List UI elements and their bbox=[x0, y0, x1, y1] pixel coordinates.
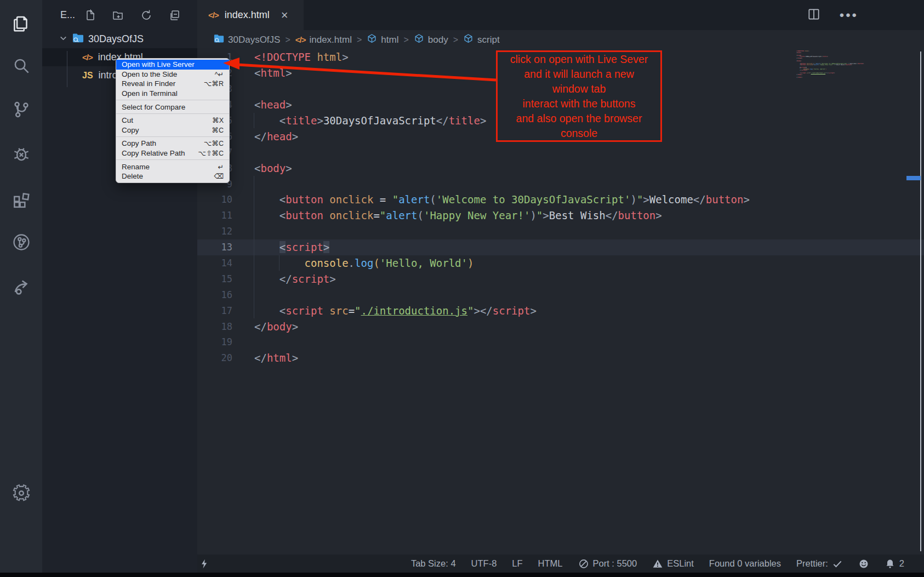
status-item-prettier-[interactable]: Prettier: bbox=[796, 558, 843, 569]
menu-item-open-with-live-server[interactable]: Open with Live Server bbox=[116, 60, 229, 70]
line-number: 17 bbox=[197, 305, 232, 316]
code-text: </body> bbox=[254, 321, 298, 333]
gitlens-icon[interactable] bbox=[0, 227, 42, 258]
breadcrumb-item-30DaysOfJS[interactable]: 30DaysOfJS bbox=[214, 33, 280, 47]
code-line-12: 12 bbox=[197, 224, 924, 239]
menu-item-shortcut: ↵ bbox=[218, 163, 224, 171]
code-text: <!DOCTYPE html> bbox=[254, 51, 349, 63]
breadcrumb-label: 30DaysOfJS bbox=[228, 35, 280, 45]
menu-item-copy[interactable]: Copy⌘C bbox=[116, 125, 229, 135]
menu-item-select-for-compare[interactable]: Select for Compare bbox=[116, 102, 229, 112]
html-file-icon: </> bbox=[82, 53, 93, 62]
breadcrumb-item-script[interactable]: script bbox=[463, 33, 500, 47]
status-item-2[interactable]: 2 bbox=[885, 558, 904, 569]
extensions-icon[interactable] bbox=[0, 183, 42, 214]
menu-item-copy-relative-path[interactable]: Copy Relative Path⌥⇧⌘C bbox=[116, 148, 229, 158]
line-number: 11 bbox=[197, 210, 232, 221]
status-item-found-0-variables[interactable]: Found 0 variables bbox=[709, 558, 781, 569]
line-number: 14 bbox=[197, 258, 232, 268]
code-line-8: 8<body> bbox=[197, 160, 924, 176]
editor-actions: ••• bbox=[807, 0, 858, 30]
explorer-icon[interactable] bbox=[0, 8, 42, 38]
menu-item-label: Delete bbox=[122, 172, 143, 180]
status-item-lightning[interactable] bbox=[199, 558, 210, 569]
code-line-14: 14 console.log('Hello, World') bbox=[197, 255, 924, 271]
indent-guide bbox=[254, 208, 254, 224]
status-item-eslint[interactable]: ESLint bbox=[652, 558, 694, 569]
indent-guide bbox=[254, 255, 254, 271]
breadcrumb: 30DaysOfJS></>index.html>html>body>scrip… bbox=[197, 30, 924, 49]
annotation-line: and it will launch a new bbox=[498, 67, 660, 82]
status-item-port-5500[interactable]: Port : 5500 bbox=[578, 558, 637, 569]
check-icon bbox=[832, 558, 843, 569]
html-file-icon: </> bbox=[208, 10, 219, 20]
context-menu: Open with Live ServerOpen to the Side^↵R… bbox=[116, 58, 230, 183]
collapse-all-icon[interactable] bbox=[168, 9, 181, 22]
run-debug-icon[interactable] bbox=[0, 139, 42, 169]
status-item-tab-size-4[interactable]: Tab Size: 4 bbox=[411, 558, 456, 569]
code-line-11: 11 <button onclick="alert('Happy New Yea… bbox=[197, 208, 924, 224]
status-item-utf-8[interactable]: UTF-8 bbox=[471, 558, 497, 569]
menu-item-rename[interactable]: Rename↵ bbox=[116, 162, 229, 172]
new-file-icon[interactable] bbox=[84, 9, 97, 22]
menu-item-label: Copy Relative Path bbox=[122, 149, 185, 157]
source-control-icon[interactable] bbox=[0, 94, 42, 125]
menu-item-copy-path[interactable]: Copy Path⌥⌘C bbox=[116, 139, 229, 148]
breadcrumb-item-body[interactable]: body bbox=[414, 33, 448, 47]
menu-item-open-to-the-side[interactable]: Open to the Side^↵ bbox=[116, 70, 229, 79]
port-slash-icon bbox=[578, 558, 589, 569]
menu-separator bbox=[116, 100, 229, 100]
breadcrumb-separator: > bbox=[285, 35, 290, 45]
indent-guide bbox=[254, 224, 254, 239]
code-line-7: 7 bbox=[197, 144, 924, 160]
breadcrumb-item-index.html[interactable]: </>index.html bbox=[295, 35, 352, 45]
explorer-header: E... bbox=[42, 0, 197, 30]
annotation-box: click on open with Live Severand it will… bbox=[496, 50, 662, 142]
tab-index-html[interactable]: </> index.html × bbox=[197, 0, 304, 30]
status-item-html[interactable]: HTML bbox=[538, 558, 563, 569]
menu-item-open-in-terminal[interactable]: Open in Terminal bbox=[116, 89, 229, 99]
menu-item-cut[interactable]: Cut⌘X bbox=[116, 116, 229, 125]
settings-gear-icon[interactable] bbox=[0, 478, 42, 509]
indent-guide bbox=[279, 255, 280, 271]
new-folder-icon[interactable] bbox=[112, 9, 125, 22]
symbol-icon bbox=[463, 33, 474, 47]
annotation-line: interact with the buttons bbox=[498, 96, 660, 111]
warning-triangle-icon bbox=[652, 558, 663, 569]
live-share-icon[interactable] bbox=[0, 271, 42, 301]
breadcrumb-separator: > bbox=[357, 35, 362, 45]
menu-item-shortcut: ⌥⇧⌘C bbox=[198, 149, 224, 157]
split-editor-icon[interactable] bbox=[807, 7, 821, 24]
status-item-smiley[interactable] bbox=[858, 558, 869, 569]
search-icon[interactable] bbox=[0, 50, 42, 81]
status-label: Found 0 variables bbox=[709, 558, 781, 569]
indent-guide bbox=[254, 113, 254, 129]
menu-item-delete[interactable]: Delete⌫ bbox=[116, 172, 229, 181]
minimap[interactable]: <!DOCTYPE html><html> <head> <title>30Da… bbox=[796, 51, 857, 78]
menu-item-shortcut: ⌫ bbox=[214, 172, 224, 180]
indent-guide bbox=[254, 176, 254, 192]
code-text: </html> bbox=[254, 352, 298, 364]
vscode-window: E... 30DaysOfJS </>index.htmlJSintroduct… bbox=[0, 0, 924, 577]
tab-close-icon[interactable]: × bbox=[281, 9, 288, 21]
folder-row-30daysofjs[interactable]: 30DaysOfJS bbox=[42, 30, 197, 48]
code-text: </script> bbox=[254, 273, 336, 285]
menu-item-shortcut: ⌘C bbox=[212, 126, 224, 134]
window-bottom-edge bbox=[0, 573, 924, 577]
annotation-line: window tab bbox=[498, 82, 660, 96]
annotation-line: click on open with Live Sever bbox=[498, 52, 660, 67]
status-item-lf[interactable]: LF bbox=[512, 558, 522, 569]
menu-item-reveal-in-finder[interactable]: Reveal in Finder⌥⌘R bbox=[116, 79, 229, 89]
breadcrumb-label: index.html bbox=[309, 35, 351, 45]
breadcrumb-separator: > bbox=[453, 35, 458, 45]
more-actions-icon[interactable]: ••• bbox=[840, 8, 858, 23]
refresh-icon[interactable] bbox=[140, 9, 153, 22]
breadcrumb-label: body bbox=[428, 35, 448, 45]
menu-item-label: Copy Path bbox=[122, 139, 156, 147]
breadcrumb-item-html[interactable]: html bbox=[367, 33, 398, 47]
code-text: <body> bbox=[254, 162, 292, 174]
explorer-title: E... bbox=[60, 9, 75, 21]
code-text: console.log('Hello, World') bbox=[254, 257, 474, 269]
activity-bar bbox=[0, 0, 42, 573]
line-number: 10 bbox=[197, 194, 232, 205]
